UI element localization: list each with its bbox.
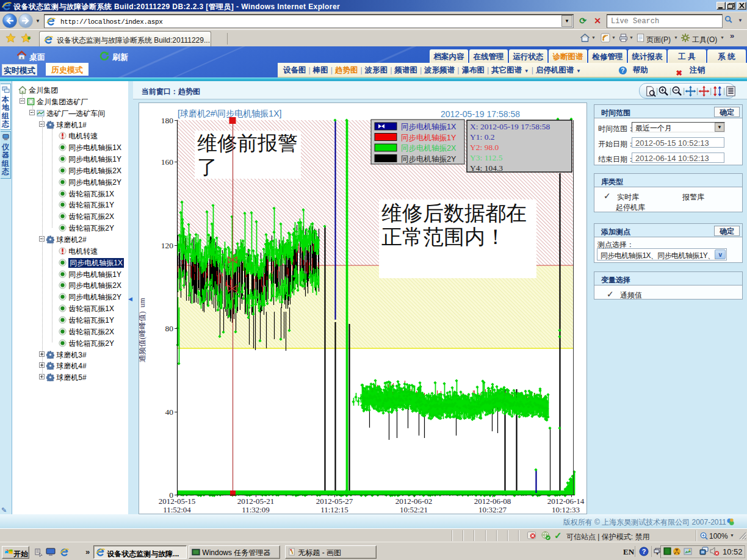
- svg-text:180: 180: [161, 116, 174, 125]
- svg-text:Y4: 104.3: Y4: 104.3: [470, 163, 503, 173]
- svg-text:Y2: 98.0: Y2: 98.0: [470, 143, 499, 152]
- svg-text:?: ?: [642, 548, 646, 555]
- svg-text:160: 160: [161, 157, 174, 167]
- svg-text:Y1: 0.2: Y1: 0.2: [470, 132, 495, 142]
- svg-text:Y3: 112.5: Y3: 112.5: [470, 153, 503, 162]
- svg-text:80: 80: [165, 324, 174, 333]
- svg-text:40: 40: [165, 407, 174, 417]
- svg-text:维修前报警: 维修前报警: [197, 132, 298, 154]
- svg-text:2012-05-21: 2012-05-21: [237, 497, 275, 506]
- svg-text:同步电机轴振2Y: 同步电机轴振2Y: [401, 155, 457, 163]
- svg-text:?: ?: [621, 67, 624, 74]
- svg-text:正常范围内！: 正常范围内！: [381, 226, 506, 248]
- svg-text:10:32:27: 10:32:27: [478, 505, 507, 514]
- svg-text:2012-06-08: 2012-06-08: [474, 497, 511, 506]
- svg-text:同步电机轴振2X: 同步电机轴振2X: [401, 144, 457, 153]
- svg-text:2012-05-15: 2012-05-15: [159, 497, 196, 506]
- svg-text:2012-06-02: 2012-06-02: [395, 497, 433, 506]
- svg-text:2012-05-19 17:58:58: 2012-05-19 17:58:58: [441, 109, 520, 119]
- svg-text:了: 了: [197, 156, 217, 178]
- svg-text:通频值(峰峰值) um: 通频值(峰峰值) um: [139, 298, 146, 362]
- svg-text:120: 120: [161, 241, 174, 250]
- svg-text:2012-06-14: 2012-06-14: [547, 497, 585, 506]
- svg-text:X: 2012-05-19 17:58:58: X: 2012-05-19 17:58:58: [470, 122, 550, 131]
- svg-text:11:32:09: 11:32:09: [242, 505, 270, 514]
- svg-text:维修后数据都在: 维修后数据都在: [381, 202, 527, 224]
- svg-text:2012-05-27: 2012-05-27: [316, 497, 353, 506]
- svg-text:11:12:15: 11:12:15: [320, 505, 348, 514]
- svg-text:同步电机轴振1X: 同步电机轴振1X: [401, 123, 457, 131]
- svg-text:10:12:33: 10:12:33: [552, 505, 580, 514]
- svg-text:同步电机轴振1Y: 同步电机轴振1Y: [401, 134, 457, 142]
- svg-text:10:52:21: 10:52:21: [400, 505, 428, 514]
- svg-text:11:52:04: 11:52:04: [163, 505, 191, 514]
- svg-text:[球磨机2#\同步电机轴振1X]: [球磨机2#\同步电机轴振1X]: [178, 109, 281, 118]
